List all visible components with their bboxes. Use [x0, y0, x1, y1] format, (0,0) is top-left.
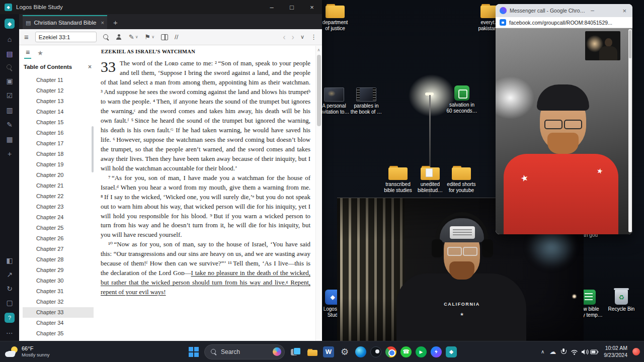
- more-icon[interactable]: ⋯: [5, 329, 15, 337]
- onedrive-cloud-icon[interactable]: ☁: [549, 348, 556, 355]
- toc-chapter-item[interactable]: Chapter 21: [23, 180, 94, 191]
- library-icon[interactable]: ▤: [5, 50, 15, 58]
- clock[interactable]: 10:02 AM 9/23/2024: [604, 345, 627, 358]
- taskbar-search[interactable]: Search: [204, 344, 285, 359]
- columns-icon[interactable]: [161, 34, 168, 40]
- maximize-button[interactable]: □: [282, 0, 302, 14]
- kebab-menu-icon[interactable]: ⋮: [310, 33, 317, 41]
- guides-icon[interactable]: ☑: [5, 92, 15, 100]
- share-icon[interactable]: ↗: [5, 270, 15, 279]
- forward-icon[interactable]: ›: [292, 33, 294, 42]
- folder-edited-shorts-for-youtube[interactable]: edited shortsfor youtube: [445, 166, 477, 194]
- minimize-button[interactable]: –: [262, 0, 282, 14]
- weather-widget[interactable]: 66°F Mostly sunny: [5, 341, 49, 362]
- store-icon[interactable]: ▢: [5, 299, 15, 307]
- toc-chapter-item[interactable]: Chapter 15: [23, 117, 94, 128]
- toc-chapter-item[interactable]: Chapter 34: [23, 318, 94, 328]
- chrome-url-bar[interactable]: facebook.com/groupcall/ROOM:84051529...: [496, 17, 632, 28]
- word-icon[interactable]: W: [323, 346, 334, 357]
- notes-icon[interactable]: ✎: [5, 121, 15, 129]
- settings-icon[interactable]: ⚙: [338, 345, 351, 358]
- messenger-icon[interactable]: [431, 346, 442, 357]
- toc-chapter-item[interactable]: Chapter 31: [23, 286, 94, 297]
- file-explorer-icon[interactable]: [306, 345, 319, 358]
- logos-logo-icon[interactable]: ◆: [5, 19, 15, 29]
- menu-icon[interactable]: ≡: [24, 33, 29, 41]
- back-icon[interactable]: ‹: [283, 33, 285, 42]
- tab-close-icon[interactable]: ×: [101, 20, 104, 26]
- scroll-up-icon[interactable]: ∧: [316, 46, 321, 52]
- toc-view-icon[interactable]: ≡: [24, 47, 31, 59]
- home-icon[interactable]: ⌂: [5, 35, 15, 43]
- microphone-icon[interactable]: [561, 348, 566, 355]
- toc-chapter-item[interactable]: Chapter 30: [23, 276, 94, 286]
- chrome-icon[interactable]: [385, 346, 396, 357]
- file-a-personal-invitation[interactable]: A personalinvitation to…: [318, 87, 350, 115]
- start-button[interactable]: [187, 345, 200, 358]
- obs-icon[interactable]: [370, 346, 381, 357]
- toc-chapter-item[interactable]: Chapter 26: [23, 233, 94, 244]
- file-parables-in-the-book[interactable]: parables inthe book of …: [350, 87, 382, 115]
- toc-chapter-item[interactable]: Chapter 27: [23, 244, 94, 254]
- toc-chapter-item[interactable]: Chapter 33: [23, 307, 94, 318]
- network-volume-battery-icons[interactable]: [571, 348, 599, 356]
- toc-scrollbar[interactable]: [92, 126, 94, 172]
- chrome-scrollbar[interactable]: [628, 29, 632, 232]
- task-view-button[interactable]: [289, 345, 302, 358]
- reference-input[interactable]: [35, 32, 97, 42]
- toc-chapter-item[interactable]: Chapter 20: [23, 170, 94, 180]
- bible-scrollbar[interactable]: ∧: [315, 46, 321, 341]
- documents-icon[interactable]: ▥: [5, 106, 15, 114]
- new-tab-button[interactable]: +: [113, 18, 118, 27]
- add-panel-icon[interactable]: +: [5, 150, 15, 158]
- whatsapp-icon[interactable]: ☎: [400, 346, 412, 357]
- people-icon[interactable]: [116, 34, 122, 40]
- folder-transcribed-bible-studies[interactable]: transcribedbible studies: [382, 166, 414, 194]
- chrome-titlebar[interactable]: Messenger call - Google Chrome – ×: [496, 4, 632, 17]
- toc-chapter-item[interactable]: Chapter 11: [23, 75, 94, 85]
- file-salvation-in-60-seconds[interactable]: salvation in60 seconds…: [446, 85, 478, 114]
- notes-tool[interactable]: ✎ ∨: [129, 33, 138, 41]
- toc-chapter-item[interactable]: Chapter 23: [23, 202, 94, 212]
- toc-chapter-item[interactable]: Chapter 14: [23, 107, 94, 117]
- factbook-icon[interactable]: ▣: [5, 77, 15, 85]
- minimize-button[interactable]: –: [591, 4, 594, 17]
- toc-chapter-item[interactable]: Chapter 19: [23, 159, 94, 170]
- toc-chapter-item[interactable]: Chapter 24: [23, 212, 94, 223]
- recycle-bin[interactable]: Recycle Bin: [605, 290, 637, 312]
- toc-chapter-item[interactable]: Chapter 28: [23, 254, 94, 265]
- toc-chapter-item[interactable]: Chapter 32: [23, 297, 94, 307]
- media-icon[interactable]: ▦: [5, 135, 15, 143]
- folder-department-of-justice[interactable]: departmentof justice: [319, 4, 351, 32]
- logos-titlebar[interactable]: Logos Bible Study – □ ×: [0, 0, 322, 14]
- camtasia-icon[interactable]: ▶: [416, 346, 427, 357]
- self-view-thumbnail[interactable]: [585, 31, 620, 60]
- toc-chapter-item[interactable]: Chapter 16: [23, 128, 94, 138]
- edge-icon[interactable]: [355, 346, 366, 357]
- close-button[interactable]: ×: [622, 4, 626, 17]
- logos-taskbar-icon[interactable]: ◆: [446, 346, 457, 357]
- tab-christian-standard-bible[interactable]: ▤ Christian Standard Bible ×: [23, 15, 107, 29]
- layouts-icon[interactable]: ◧: [5, 256, 15, 264]
- sync-icon[interactable]: ↻: [5, 285, 15, 293]
- folder-unedited-biblestudies[interactable]: uneditedbiblestud…: [414, 166, 446, 194]
- history-dropdown-icon[interactable]: ∨: [300, 34, 304, 40]
- toc-chapter-item[interactable]: Chapter 13: [23, 96, 94, 107]
- toc-chapter-item[interactable]: Chapter 35: [23, 328, 94, 339]
- toc-chapter-item[interactable]: Chapter 22: [23, 191, 94, 202]
- toc-close-icon[interactable]: ×: [88, 63, 92, 70]
- search-icon[interactable]: [103, 34, 109, 40]
- toc-chapter-item[interactable]: Chapter 17: [23, 138, 94, 149]
- search-icon[interactable]: [7, 64, 13, 70]
- help-icon[interactable]: ?: [5, 313, 15, 323]
- scrollbar-thumb[interactable]: [317, 55, 321, 126]
- hidden-icons-chevron[interactable]: ∧: [541, 349, 544, 354]
- visual-filters-tool[interactable]: ⚑ ∨: [145, 33, 155, 41]
- parallel-icon[interactable]: //: [175, 33, 178, 41]
- toc-chapter-item[interactable]: Chapter 12: [23, 85, 94, 96]
- toc-chapter-item[interactable]: Chapter 29: [23, 265, 94, 276]
- toc-chapter-item[interactable]: Chapter 25: [23, 223, 94, 233]
- toc-chapter-item[interactable]: Chapter 18: [23, 149, 94, 159]
- favorites-star-icon[interactable]: ★: [37, 49, 43, 57]
- notification-badge[interactable]: [632, 348, 640, 355]
